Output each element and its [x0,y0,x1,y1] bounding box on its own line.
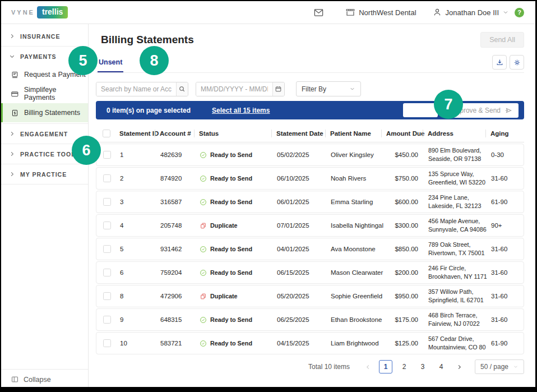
cell-patient: Mason Clearwater [327,269,383,276]
calendar-icon[interactable] [272,82,284,96]
cell-patient: Isabella Nightingale [327,222,383,229]
table-header-row: Statement ID Account # Status Statement … [96,125,524,142]
table-row: 2 874920 Ready to Send 06/10/2025 Noah R… [96,167,524,190]
cell-aging: 31-60 [488,269,524,276]
billing-statement-icon [11,109,19,117]
status-ready-icon [200,151,207,159]
table-settings-button[interactable] [510,55,524,70]
mail-icon[interactable] [313,7,324,18]
sidebar-collapse-button[interactable]: Collapse [1,369,88,389]
cell-amount: $175.00 [383,316,425,323]
help-button[interactable]: ? [515,8,524,17]
sidebar-label-practice-tools: PRACTICE TOOLS [20,151,80,158]
cell-address: 246 Fir Circle, Brookhaven, NY 1171 [425,264,488,281]
sidebar-item-billing-statements[interactable]: Billing Statements [1,103,88,122]
vyne-trellis-logo: VYNE trellis [11,6,68,19]
cell-amount: $300.00 [383,222,425,229]
date-range-box [196,82,285,96]
cell-address: 456 Maple Avenue, Sunnyvale, CA 94086 [425,217,488,234]
selected-count-text: 0 item(s) on page selected [107,107,191,114]
sidebar-label-simplifeye-payments: Simplifeye Payments [24,86,88,102]
select-all-link[interactable]: Select all 15 items [212,107,270,114]
cell-aging: 31-60 [488,293,524,299]
search-input[interactable] [96,82,176,96]
cell-status: Duplicate [196,293,274,300]
send-all-button[interactable]: Send All [480,32,524,48]
annotation-circle-6: 6 [72,136,101,165]
page-button-2[interactable]: 2 [397,360,411,373]
tab-unsent[interactable]: Unsent [98,55,123,72]
sidebar-item-insurance[interactable]: INSURANCE [1,27,88,45]
row-checkbox[interactable] [103,339,111,347]
row-checkbox[interactable] [103,174,111,182]
sidebar-item-engagement[interactable]: ENGAGEMENT [1,125,88,142]
collapse-sidebar-icon [11,375,19,384]
next-page-button[interactable] [453,361,465,373]
row-checkbox[interactable] [103,222,111,229]
logo-vyne-text: VYNE [11,9,35,16]
row-checkbox[interactable] [103,245,111,253]
filter-by-dropdown[interactable]: Filter By [296,81,361,96]
row-checkbox[interactable] [103,151,111,159]
status-ready-icon [200,199,207,206]
cell-aging: 61-90 [488,199,524,205]
cell-status: Ready to Send [196,199,274,206]
cell-date: 06/01/2025 [274,199,327,205]
download-icon [496,58,504,67]
date-range-input[interactable] [196,82,272,96]
cell-status: Ready to Send [196,269,274,276]
cell-aging: 90+ [488,222,524,229]
table-row: 3 316587 Ready to Send 06/01/2025 Emma S… [96,191,524,213]
page-button-3[interactable]: 3 [416,360,429,373]
practice-selector[interactable]: NorthWest Dental [345,7,416,17]
chevron-down-icon [349,86,355,92]
col-patient-name: Patient Name [327,130,383,137]
select-all-checkbox[interactable] [103,130,110,137]
cell-patient: Ethan Brookstone [327,316,383,323]
cell-date: 05/20/2025 [274,293,327,299]
row-checkbox[interactable] [103,198,111,206]
table-row: 4 205748 Duplicate 07/01/2025 Isabella N… [96,214,524,237]
cell-status: Ready to Send [196,175,274,182]
sidebar-item-simplifeye-payments[interactable]: Simplifeye Payments [1,84,88,103]
cell-amount: $750.00 [383,175,425,182]
page-button-4[interactable]: 4 [434,360,448,373]
cell-address: 890 Elm Boulevard, Seaside, OR 97138 [425,146,488,163]
row-checkbox[interactable] [103,269,111,276]
chevron-down-icon [9,53,15,59]
page-title: Billing Statements [101,34,194,46]
page-button-1[interactable]: 1 [379,360,392,373]
col-address: Address [424,130,487,137]
cell-status: Duplicate [196,222,274,229]
print-button[interactable] [403,103,438,117]
cell-account: 648315 [157,316,196,323]
table-row: 8 472906 Duplicate 05/20/2025 Sophie Gre… [96,285,524,307]
cell-account: 931462 [157,246,196,252]
cell-aging: 31-60 [488,246,524,252]
cell-status: Ready to Send [196,151,274,159]
filter-by-label: Filter By [302,85,326,93]
sidebar-item-my-practice[interactable]: MY PRACTICE [1,165,88,183]
prev-page-button[interactable] [362,361,374,373]
row-checkbox[interactable] [103,316,111,324]
collapse-label: Collapse [24,376,51,384]
cell-statement-id: 10 [117,340,157,347]
cell-account: 316587 [157,199,196,205]
col-status: Status [196,130,273,137]
search-icon[interactable] [176,82,188,96]
cell-account: 482639 [157,151,196,158]
page-size-dropdown[interactable]: 50 / page [475,359,524,374]
row-checkbox[interactable] [103,292,111,300]
chevron-right-icon [9,171,15,177]
request-payment-icon [11,71,19,79]
cell-address: 357 Willow Path, Springfield, IL 62701 [425,288,488,305]
app-window: VYNE trellis NorthWest Dental Jonathan D… [0,0,537,392]
cell-statement-id: 4 [117,222,157,229]
cell-account: 874920 [157,175,196,182]
top-bar: VYNE trellis NorthWest Dental Jonathan D… [1,1,535,24]
cell-statement-id: 6 [117,269,157,276]
download-button[interactable] [492,55,507,70]
user-menu[interactable]: Jonathan Doe III [432,7,509,17]
cell-aging: 0-30 [488,151,524,158]
cell-amount: $600.00 [383,199,425,205]
